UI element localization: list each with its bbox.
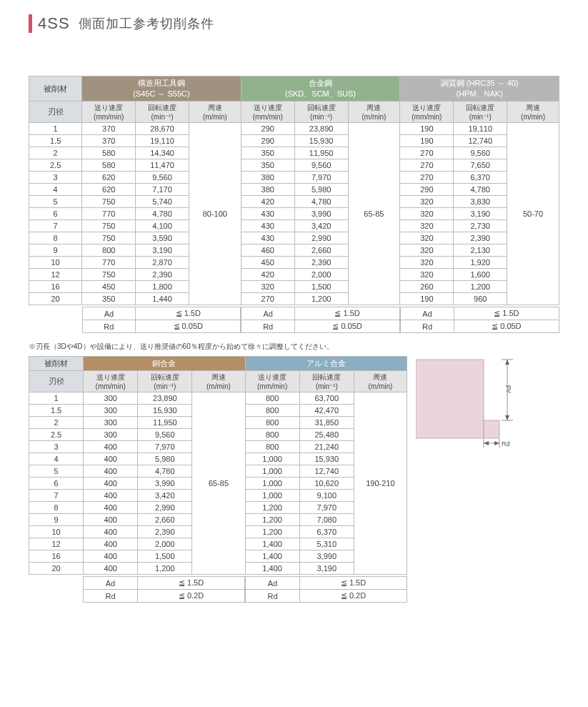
cell-feed: 370 — [82, 123, 136, 135]
cell-diameter: 1 — [29, 123, 82, 135]
cell-rotation: 3,420 — [138, 490, 192, 502]
cell-rotation: 11,470 — [136, 159, 189, 172]
cell-feed: 270 — [400, 147, 454, 159]
cell-surface-speed: 65-85 — [348, 123, 400, 305]
cell-rotation: 1,500 — [138, 550, 192, 563]
cell-feed: 370 — [82, 135, 136, 147]
cell-feed: 320 — [241, 281, 294, 293]
cell-rotation: 9,560 — [454, 147, 507, 159]
cell-feed: 320 — [400, 244, 454, 257]
cell-rotation: 42,470 — [299, 405, 354, 417]
header-material-group: 構造用工具鋼(S45C ～ S55C) — [82, 76, 241, 102]
cell-rotation: 1,500 — [294, 281, 348, 293]
header-feed: 送り速度(mm/min) — [82, 102, 136, 123]
cell-feed: 450 — [82, 281, 136, 293]
cell-surface-speed: 65-85 — [192, 392, 245, 575]
cell-rotation: 21,240 — [299, 441, 354, 453]
rd-value: ≦ 0.2D — [138, 590, 245, 603]
cell-rotation: 7,650 — [454, 159, 507, 172]
cell-feed: 290 — [400, 184, 454, 196]
cell-feed: 320 — [400, 269, 454, 281]
cell-rotation: 1,440 — [136, 293, 189, 305]
cell-surface-speed: 80-100 — [189, 123, 241, 305]
cell-rotation: 15,930 — [299, 453, 354, 465]
cell-feed: 290 — [241, 135, 294, 147]
cell-rotation: 15,930 — [294, 135, 348, 147]
cell-rotation: 7,970 — [138, 441, 192, 453]
cell-diameter: 20 — [29, 293, 82, 305]
ad-value: ≦ 1.5D — [300, 577, 407, 590]
header-feed: 送り速度(mm/min) — [84, 371, 138, 392]
table-row: 107702,8704502,3903201,920 — [29, 257, 559, 269]
header-rotation: 回転速度(min⁻¹) — [299, 371, 354, 392]
header-diameter: 刃径 — [29, 102, 82, 123]
cell-rotation: 2,390 — [454, 232, 507, 244]
cell-diameter: 6 — [29, 478, 84, 490]
cell-feed: 320 — [400, 220, 454, 232]
cell-feed: 350 — [82, 293, 136, 305]
cell-feed: 320 — [400, 257, 454, 269]
cell-diameter: 4 — [29, 184, 82, 196]
cell-feed: 430 — [241, 220, 294, 232]
diagram-ad-label: Ad — [505, 385, 512, 393]
cell-feed: 580 — [82, 159, 136, 172]
cell-rotation: 3,420 — [294, 220, 348, 232]
cell-feed: 350 — [241, 147, 294, 159]
cell-diameter: 1 — [29, 392, 84, 405]
cell-rotation: 2,390 — [136, 269, 189, 281]
cell-rotation: 1,920 — [454, 257, 507, 269]
cell-feed: 1,200 — [245, 514, 299, 526]
table-row: 87503,5904302,9903202,390 — [29, 232, 559, 244]
cell-rotation: 5,980 — [294, 184, 348, 196]
title-text: 側面加工参考切削条件 — [79, 15, 214, 32]
table-row: 258014,34035011,9502709,560 — [29, 147, 559, 159]
cell-feed: 270 — [400, 172, 454, 184]
cell-feed: 270 — [400, 159, 454, 172]
cell-feed: 1,000 — [245, 490, 299, 502]
cell-feed: 190 — [400, 293, 454, 305]
cell-rotation: 5,980 — [138, 453, 192, 465]
cell-feed: 1,000 — [245, 453, 299, 465]
cell-feed: 430 — [241, 232, 294, 244]
cell-rotation: 14,340 — [136, 147, 189, 159]
cell-diameter: 16 — [29, 281, 82, 293]
header-feed: 送り速度(mm/min) — [241, 102, 294, 123]
cell-feed: 450 — [241, 257, 294, 269]
cell-rotation: 4,780 — [454, 184, 507, 196]
cell-rotation: 9,560 — [294, 159, 348, 172]
cell-diameter: 5 — [29, 465, 84, 478]
cell-diameter: 8 — [29, 502, 84, 514]
header-rotation: 回転速度(min⁻¹) — [138, 371, 192, 392]
header-rotation: 回転速度(min⁻¹) — [136, 102, 189, 123]
ad-rd-table: Ad≦ 1.5DRd≦ 0.05D — [82, 307, 241, 333]
cell-feed: 270 — [241, 293, 294, 305]
cell-feed: 770 — [82, 257, 136, 269]
ad-label: Ad — [246, 577, 300, 590]
cell-feed: 300 — [84, 417, 138, 429]
header-material-group: 合金鋼(SKD、SCM、SUS) — [241, 76, 400, 102]
cell-diameter: 9 — [29, 514, 84, 526]
cell-diameter: 20 — [29, 563, 84, 575]
cell-feed: 400 — [84, 550, 138, 563]
cell-feed: 420 — [241, 269, 294, 281]
cell-rotation: 23,890 — [138, 392, 192, 405]
cell-rotation: 7,080 — [299, 514, 354, 526]
cell-surface-speed: 50-70 — [507, 123, 559, 305]
cell-diameter: 5 — [29, 196, 82, 208]
cell-diameter: 6 — [29, 208, 82, 220]
cell-diameter: 12 — [29, 269, 82, 281]
header-diameter: 刃径 — [29, 371, 84, 392]
cell-diameter: 16 — [29, 550, 84, 563]
cell-rotation: 2,390 — [138, 526, 192, 538]
cell-feed: 430 — [241, 208, 294, 220]
svg-rect-1 — [416, 360, 484, 438]
cell-feed: 1,000 — [245, 478, 299, 490]
cell-diameter: 2.5 — [29, 159, 82, 172]
header-rotation: 回転速度(min⁻¹) — [454, 102, 507, 123]
table-row: 164501,8003201,5002601,200 — [29, 281, 559, 293]
title-code: 4SS — [38, 14, 70, 33]
cell-rotation: 28,670 — [136, 123, 189, 135]
cell-feed: 620 — [82, 184, 136, 196]
cutting-conditions-table: 被削材銅合金アルミ合金刃径送り速度(mm/min)回転速度(min⁻¹)周速(m… — [29, 356, 407, 575]
cell-feed: 300 — [84, 392, 138, 405]
